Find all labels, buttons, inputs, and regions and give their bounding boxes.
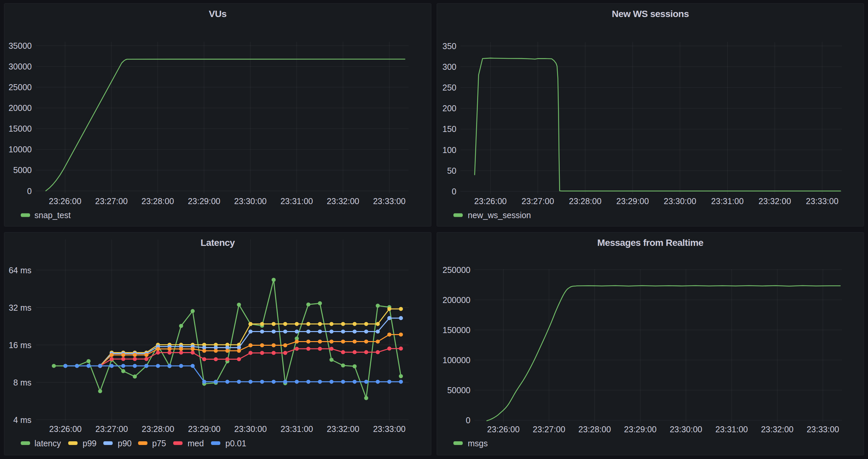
svg-text:23:26:00: 23:26:00 <box>49 424 82 434</box>
svg-text:23:30:00: 23:30:00 <box>670 425 702 434</box>
svg-text:150000: 150000 <box>443 325 470 335</box>
svg-text:23:27:00: 23:27:00 <box>95 196 128 206</box>
svg-text:23:28:00: 23:28:00 <box>142 424 174 434</box>
svg-text:23:28:00: 23:28:00 <box>142 196 174 206</box>
svg-text:23:30:00: 23:30:00 <box>234 196 267 206</box>
svg-text:snap_test: snap_test <box>34 210 70 220</box>
svg-text:23:33:00: 23:33:00 <box>806 425 839 434</box>
svg-text:23:26:00: 23:26:00 <box>474 196 506 206</box>
svg-text:med: med <box>188 438 204 448</box>
svg-text:50000: 50000 <box>447 386 470 395</box>
svg-text:50: 50 <box>447 166 456 175</box>
svg-text:23:33:00: 23:33:00 <box>373 424 406 434</box>
svg-text:23:26:00: 23:26:00 <box>487 425 520 434</box>
svg-text:p75: p75 <box>152 438 166 448</box>
svg-text:0: 0 <box>27 187 32 196</box>
svg-text:23:26:00: 23:26:00 <box>49 196 81 206</box>
svg-text:64 ms: 64 ms <box>9 266 31 275</box>
svg-text:150: 150 <box>442 124 456 134</box>
svg-text:250: 250 <box>442 83 456 92</box>
svg-text:100000: 100000 <box>443 355 470 365</box>
svg-text:350: 350 <box>442 41 456 51</box>
svg-text:new_ws_session: new_ws_session <box>468 210 531 220</box>
svg-text:23:30:00: 23:30:00 <box>664 196 696 206</box>
svg-text:msgs: msgs <box>468 438 488 448</box>
svg-text:4 ms: 4 ms <box>13 415 31 425</box>
svg-text:30000: 30000 <box>8 62 32 71</box>
svg-text:20000: 20000 <box>8 103 32 112</box>
svg-text:23:30:00: 23:30:00 <box>235 424 267 434</box>
svg-text:23:31:00: 23:31:00 <box>715 425 748 434</box>
svg-text:100: 100 <box>442 145 456 155</box>
svg-text:23:27:00: 23:27:00 <box>522 196 554 206</box>
svg-text:23:27:00: 23:27:00 <box>533 425 565 434</box>
svg-text:5000: 5000 <box>13 165 32 175</box>
svg-text:200000: 200000 <box>443 295 470 305</box>
svg-text:10000: 10000 <box>8 145 32 154</box>
svg-text:23:29:00: 23:29:00 <box>624 425 656 434</box>
svg-text:200: 200 <box>442 104 456 113</box>
svg-text:15000: 15000 <box>8 124 32 133</box>
svg-text:23:31:00: 23:31:00 <box>281 424 313 434</box>
svg-text:p90: p90 <box>118 438 132 448</box>
svg-text:23:28:00: 23:28:00 <box>569 196 601 206</box>
svg-text:32 ms: 32 ms <box>9 303 31 313</box>
svg-text:23:29:00: 23:29:00 <box>188 196 220 206</box>
svg-text:23:31:00: 23:31:00 <box>711 196 744 206</box>
svg-text:23:32:00: 23:32:00 <box>759 196 791 206</box>
svg-text:23:28:00: 23:28:00 <box>579 425 611 434</box>
svg-text:p0.01: p0.01 <box>225 438 246 448</box>
svg-text:300: 300 <box>442 62 456 71</box>
svg-text:250000: 250000 <box>443 265 470 274</box>
svg-text:16 ms: 16 ms <box>9 340 31 350</box>
svg-text:23:33:00: 23:33:00 <box>373 196 406 206</box>
svg-text:35000: 35000 <box>8 41 32 51</box>
svg-text:23:32:00: 23:32:00 <box>761 425 794 434</box>
svg-text:23:33:00: 23:33:00 <box>806 196 838 206</box>
svg-text:latency: latency <box>34 438 61 448</box>
svg-text:23:32:00: 23:32:00 <box>327 424 359 434</box>
svg-text:23:29:00: 23:29:00 <box>188 424 220 434</box>
svg-text:8 ms: 8 ms <box>13 378 31 387</box>
svg-text:25000: 25000 <box>8 83 32 92</box>
svg-text:23:31:00: 23:31:00 <box>281 196 313 206</box>
svg-text:23:29:00: 23:29:00 <box>616 196 649 206</box>
svg-text:23:32:00: 23:32:00 <box>327 196 359 206</box>
svg-text:p99: p99 <box>83 438 97 448</box>
svg-text:0: 0 <box>452 187 456 196</box>
svg-text:23:27:00: 23:27:00 <box>95 424 128 434</box>
svg-text:0: 0 <box>466 416 470 425</box>
